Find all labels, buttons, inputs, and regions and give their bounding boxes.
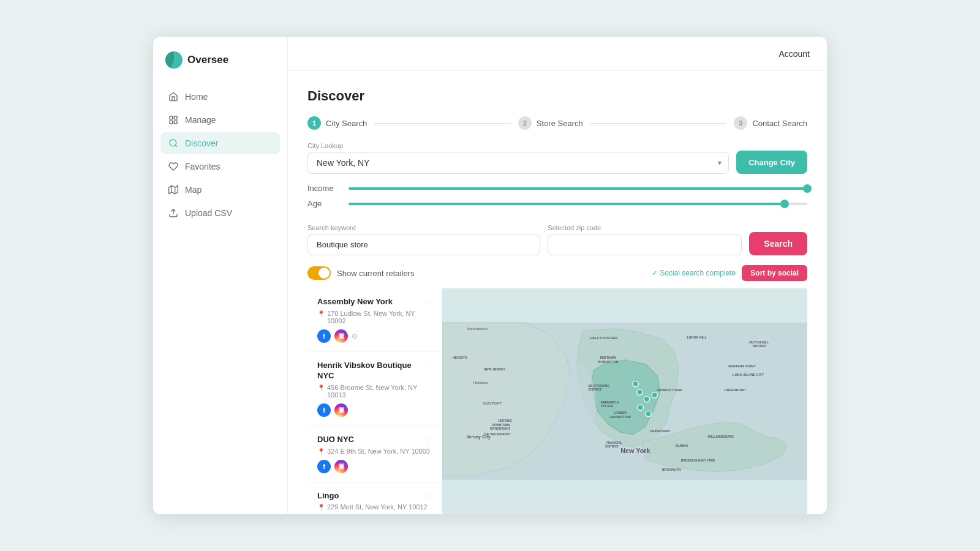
favorite-icon-0[interactable]: ♡ <box>424 297 432 307</box>
show-retailers-toggle[interactable] <box>307 266 331 280</box>
pin-icon-0: 📍 <box>317 310 325 317</box>
age-slider-row: Age <box>307 199 807 208</box>
sidebar-item-home[interactable]: Home <box>160 86 280 108</box>
store-card-3[interactable]: Lingo ♡ 📍 229 Mott St, New York, NY 1001… <box>307 482 442 514</box>
svg-text:CHINATOWN: CHINATOWN <box>650 429 670 433</box>
change-city-button[interactable]: Change City <box>736 151 807 174</box>
svg-text:DOWNTOWN: DOWNTOWN <box>492 424 510 427</box>
toggle-knob <box>318 268 330 279</box>
age-slider-thumb[interactable] <box>780 200 789 208</box>
sidebar-item-favorites[interactable]: Favorites <box>160 156 280 178</box>
upload-csv-icon <box>168 208 179 219</box>
store-social-icons-0: f ▣ ⊙ <box>317 329 432 343</box>
keyword-input[interactable] <box>307 234 540 255</box>
city-lookup-select[interactable]: New York, NY Los Angeles, CA Chicago, IL <box>307 152 729 174</box>
favorite-icon-1[interactable]: ♡ <box>424 361 432 370</box>
svg-rect-2 <box>170 121 173 124</box>
sidebar-nav: Home Manage Discover <box>153 81 287 229</box>
instagram-icon-2[interactable]: ▣ <box>334 460 348 473</box>
store-name-3: Lingo <box>317 491 339 501</box>
svg-text:NEWPORT: NEWPORT <box>483 401 502 405</box>
step-1: 1 City Search <box>307 116 367 130</box>
svg-text:BROOKLYN: BROOKLYN <box>662 468 681 471</box>
social-status: ✓ Social search complete Sort by social <box>652 265 807 281</box>
income-slider-fill <box>349 187 807 190</box>
store-card-2[interactable]: DUO NYC ♡ 📍 324 E 9th St, New York, NY 1… <box>307 426 442 482</box>
store-card-0[interactable]: Assembly New York ♡ 📍 170 Ludlow St, New… <box>307 288 442 352</box>
income-label: Income <box>307 184 341 193</box>
step-1-label: City Search <box>326 119 367 128</box>
svg-text:MEATPACKING: MEATPACKING <box>588 384 609 388</box>
sidebar: Oversee Home Manage <box>153 37 288 514</box>
svg-line-5 <box>175 145 177 147</box>
svg-rect-3 <box>174 121 177 124</box>
store-social-icons-1: f ▣ <box>317 403 432 417</box>
instagram-icon-1[interactable]: ▣ <box>334 403 348 417</box>
camera-icon-0[interactable]: ⊙ <box>352 332 358 340</box>
account-button[interactable]: Account <box>778 49 810 59</box>
svg-text:Weehawken: Weehawken <box>467 326 488 331</box>
sort-by-social-button[interactable]: Sort by social <box>742 265 807 281</box>
sidebar-label-discover: Discover <box>185 138 218 148</box>
search-button[interactable]: Search <box>749 232 807 255</box>
keyword-field: Search keyword <box>307 224 540 255</box>
svg-text:MANHATTAN: MANHATTAN <box>610 415 631 419</box>
step-line-1 <box>374 123 511 124</box>
sidebar-item-manage[interactable]: Manage <box>160 109 280 131</box>
svg-text:GREENPOINT: GREENPOINT <box>725 388 747 392</box>
logo-icon <box>165 51 183 69</box>
store-name-0: Assembly New York <box>317 297 393 307</box>
topbar: Account <box>288 37 827 71</box>
svg-text:DUMBO: DUMBO <box>676 444 688 448</box>
svg-text:MANHATTAN: MANHATTAN <box>598 360 619 364</box>
city-lookup-section: City Lookup New York, NY Los Angeles, CA… <box>307 142 807 174</box>
zipcode-label: Selected zip code <box>548 224 742 231</box>
age-slider-track[interactable] <box>349 203 807 205</box>
step-2-circle: 2 <box>518 116 532 130</box>
sidebar-item-discover[interactable]: Discover <box>160 132 280 154</box>
svg-text:NEW JERSEY: NEW JERSEY <box>484 367 506 371</box>
results-area: Assembly New York ♡ 📍 170 Ludlow St, New… <box>307 288 807 514</box>
sidebar-item-upload-csv[interactable]: Upload CSV <box>160 202 280 224</box>
income-slider-thumb[interactable] <box>803 184 812 193</box>
favorite-icon-3[interactable]: ♡ <box>424 491 432 501</box>
svg-point-21 <box>646 411 651 416</box>
logo-text: Oversee <box>187 54 228 66</box>
favorite-icon-2[interactable]: ♡ <box>424 435 432 444</box>
zipcode-input[interactable] <box>548 234 742 255</box>
favorites-icon <box>168 161 179 172</box>
age-slider-fill <box>349 203 785 205</box>
svg-rect-1 <box>174 116 177 119</box>
svg-text:FINANCIAL: FINANCIAL <box>606 441 622 444</box>
svg-marker-6 <box>169 186 178 193</box>
facebook-icon-1[interactable]: f <box>317 403 331 417</box>
store-card-1[interactable]: Henrik Vibskov Boutique NYC ♡ 📍 456 Broo… <box>307 352 442 426</box>
manage-icon <box>168 114 179 126</box>
sidebar-label-home: Home <box>185 92 208 102</box>
social-complete-text: ✓ Social search complete <box>652 269 736 277</box>
step-3-label: Contact Search <box>752 119 807 128</box>
facebook-icon-0[interactable]: f <box>317 329 331 343</box>
svg-rect-0 <box>170 116 173 119</box>
svg-text:WATERFRONT: WATERFRONT <box>490 427 510 430</box>
city-lookup-field: City Lookup New York, NY Los Angeles, CA… <box>307 142 729 174</box>
facebook-icon-2[interactable]: f <box>317 460 331 473</box>
sidebar-label-favorites: Favorites <box>185 162 221 171</box>
svg-text:DISTRICT: DISTRICT <box>605 445 619 448</box>
income-slider-track[interactable] <box>349 187 807 190</box>
sidebar-label-manage: Manage <box>185 115 216 125</box>
sidebar-item-map[interactable]: Map <box>160 179 280 201</box>
svg-point-18 <box>644 396 649 402</box>
svg-point-19 <box>652 392 657 398</box>
page-title: Discover <box>307 88 807 104</box>
svg-text:HELL'S KITCHEN: HELL'S KITCHEN <box>590 336 618 340</box>
instagram-icon-0[interactable]: ▣ <box>334 329 348 343</box>
svg-text:VILLAGE: VILLAGE <box>601 405 614 408</box>
toggle-label: Show current retailers <box>337 269 414 278</box>
store-name-1: Henrik Vibskov Boutique NYC <box>317 361 424 381</box>
map-container[interactable]: Weehawken HELL'S KITCHEN LENOX HILL DUTC… <box>442 288 807 514</box>
pin-icon-2: 📍 <box>317 448 325 455</box>
home-icon <box>168 91 179 102</box>
svg-text:MIDTOWN: MIDTOWN <box>600 356 616 359</box>
store-address-0: 📍 170 Ludlow St, New York, NY 10002 <box>317 310 432 324</box>
